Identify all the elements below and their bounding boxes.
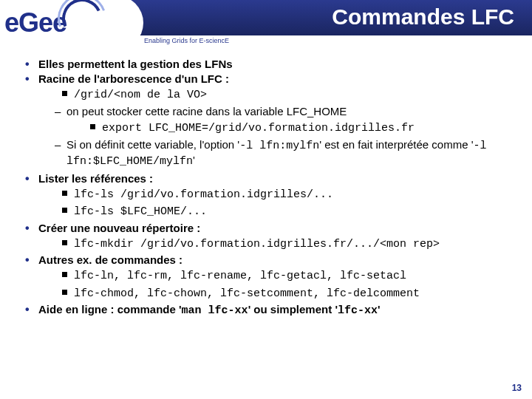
bullet-creer: Créer une nouveau répertoire : lfc-mkdir… — [24, 222, 514, 252]
bullet-lfn-management: Elles permettent la gestion des LFNs — [24, 58, 514, 70]
code-lfc-ls-1: lfc-ls /grid/vo.formation.idgrilles/... — [38, 186, 514, 202]
bullet-text: Racine de l'arborescence d'un LFC : — [38, 72, 229, 85]
code-export: export LFC_HOME=/grid/vo.formation.idgri… — [66, 120, 514, 136]
bullet-aide: Aide en ligne : commande 'man lfc-xx' ou… — [24, 303, 514, 317]
slide-content: Elles permettent la gestion des LFNs Rac… — [0, 50, 532, 317]
egee-logo: eGee — [4, 4, 105, 41]
logo-container: eGee — [0, 0, 143, 50]
slide-header: eGee Commandes LFC Enabling Grids for E-… — [0, 0, 532, 50]
bullet-autres: Autres ex. de commandes : lfc-ln, lfc-rm… — [24, 253, 514, 301]
slide-number: 13 — [512, 383, 522, 393]
bullet-lister: Lister les références : lfc-ls /grid/vo.… — [24, 172, 514, 219]
dash-option-l: Si on définit cette variable, l'option '… — [38, 137, 514, 169]
code-cmds-2: lfc-chmod, lfc-chown, lfc-setcomment, lf… — [38, 285, 514, 301]
code-root-path: /grid/<nom de la VO> — [38, 86, 514, 103]
dash-lfc-home: on peut stocker cette racine dans la var… — [38, 104, 514, 136]
code-cmds-1: lfc-ln, lfc-rm, lfc-rename, lfc-getacl, … — [38, 267, 514, 284]
bullet-lfc-root: Racine de l'arborescence d'un LFC : /gri… — [24, 72, 514, 169]
code-lfc-mkdir: lfc-mkdir /grid/vo.formation.idgrilles.f… — [38, 236, 514, 252]
page-title: Commandes LFC — [332, 4, 514, 30]
code-lfc-ls-2: lfc-ls $LFC_HOME/... — [38, 203, 514, 219]
tagline: Enabling Grids for E-sciencE — [144, 37, 229, 44]
